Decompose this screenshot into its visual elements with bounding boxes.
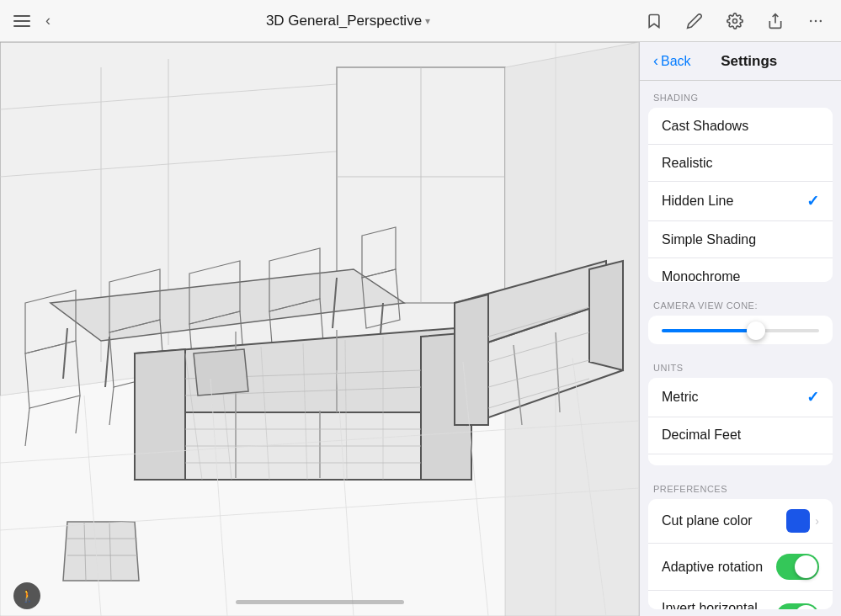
panel-header: ‹ Back Settings — [640, 42, 841, 81]
panel-title: Settings — [696, 53, 802, 70]
preferences-section-label: PREFERENCES — [640, 472, 841, 499]
top-bar-left: ‹ — [13, 8, 54, 33]
walk-mode-icon[interactable]: 🚶 — [13, 582, 40, 609]
adaptive-rotation-knob — [795, 555, 817, 578]
pencil-button[interactable] — [683, 9, 706, 33]
invert-horizontal-row[interactable]: Invert horizontal axis — [648, 591, 833, 609]
back-label: Back — [661, 54, 691, 69]
shading-group: Cast Shadows Realistic Hidden Line ✓ Sim… — [648, 108, 833, 282]
hidden-line-checkmark: ✓ — [806, 192, 819, 210]
back-button[interactable]: ‹ — [42, 8, 54, 33]
realistic-label: Realistic — [662, 156, 712, 171]
3d-viewport[interactable]: 🚶 — [0, 42, 639, 616]
cut-plane-color-swatch[interactable] — [786, 509, 810, 533]
adaptive-rotation-row[interactable]: Adaptive rotation — [648, 544, 833, 591]
svg-marker-59 — [589, 261, 623, 370]
adaptive-rotation-label: Adaptive rotation — [662, 560, 763, 575]
cut-plane-color-row[interactable]: Cut plane color › — [648, 499, 833, 544]
invert-horizontal-knob — [795, 605, 817, 609]
svg-marker-66 — [194, 349, 248, 396]
document-title: 3D General_Perspective — [266, 13, 422, 29]
camera-slider-wrapper — [648, 316, 833, 344]
camera-slider-thumb[interactable] — [747, 321, 765, 340]
svg-point-2 — [815, 19, 817, 22]
back-chevron-icon: ‹ — [653, 52, 658, 70]
svg-point-3 — [820, 19, 822, 22]
cast-shadows-label: Cast Shadows — [662, 119, 748, 134]
slider-section — [648, 316, 833, 344]
cut-plane-color-right: › — [786, 509, 819, 533]
svg-point-1 — [810, 19, 812, 22]
scroll-indicator — [236, 600, 404, 604]
menu-button[interactable] — [13, 15, 30, 27]
svg-marker-67 — [63, 522, 139, 581]
shading-section-label: SHADING — [640, 81, 841, 108]
simple-shading-label: Simple Shading — [662, 232, 756, 247]
settings-panel: ‹ Back Settings SHADING Cast Shadows Rea… — [639, 42, 841, 616]
fractional-inches-row[interactable]: Feet and Fractional Inches — [648, 454, 833, 466]
metric-row[interactable]: Metric ✓ — [648, 378, 833, 417]
svg-marker-58 — [455, 295, 488, 425]
top-bar-right — [642, 9, 828, 33]
cut-plane-chevron-icon: › — [815, 514, 819, 528]
decimal-feet-label: Decimal Feet — [662, 427, 741, 443]
units-group: Metric ✓ Decimal Feet Feet and Fractiona… — [648, 378, 833, 466]
invert-horizontal-toggle[interactable] — [776, 603, 819, 609]
camera-slider-track[interactable] — [662, 329, 819, 332]
camera-slider-fill — [662, 329, 756, 332]
bookmark-button[interactable] — [642, 9, 666, 33]
invert-horizontal-label: Invert horizontal axis — [662, 601, 776, 609]
title-chevron-icon: ▾ — [425, 15, 430, 27]
svg-marker-39 — [135, 349, 185, 480]
cast-shadows-row[interactable]: Cast Shadows — [648, 108, 833, 145]
monochrome-label: Monochrome — [662, 269, 740, 282]
simple-shading-row[interactable]: Simple Shading — [648, 221, 833, 258]
metric-checkmark: ✓ — [806, 388, 819, 406]
wireframe-scene — [0, 42, 639, 616]
gear-button[interactable] — [723, 9, 747, 33]
hidden-line-row[interactable]: Hidden Line ✓ — [648, 182, 833, 221]
more-button[interactable] — [804, 9, 828, 33]
preferences-group: Cut plane color › Adaptive rotation Inve… — [648, 499, 833, 609]
svg-point-0 — [733, 19, 737, 23]
units-section-label: UNITS — [640, 351, 841, 378]
share-button[interactable] — [764, 9, 787, 33]
hidden-line-label: Hidden Line — [662, 194, 733, 209]
document-title-area[interactable]: 3D General_Perspective ▾ — [266, 13, 430, 29]
cut-plane-color-label: Cut plane color — [662, 513, 753, 528]
realistic-row[interactable]: Realistic — [648, 145, 833, 182]
back-button[interactable]: ‹ Back — [653, 52, 691, 70]
top-bar: ‹ 3D General_Perspective ▾ — [0, 0, 841, 42]
decimal-feet-row[interactable]: Decimal Feet — [648, 417, 833, 454]
camera-section-label: CAMERA VIEW CONE: — [640, 289, 841, 316]
metric-label: Metric — [662, 390, 699, 405]
main-content: 🚶 ‹ Back Settings SHADING Cast Shadows R… — [0, 42, 841, 616]
monochrome-row[interactable]: Monochrome — [648, 258, 833, 282]
adaptive-rotation-toggle[interactable] — [776, 554, 819, 580]
